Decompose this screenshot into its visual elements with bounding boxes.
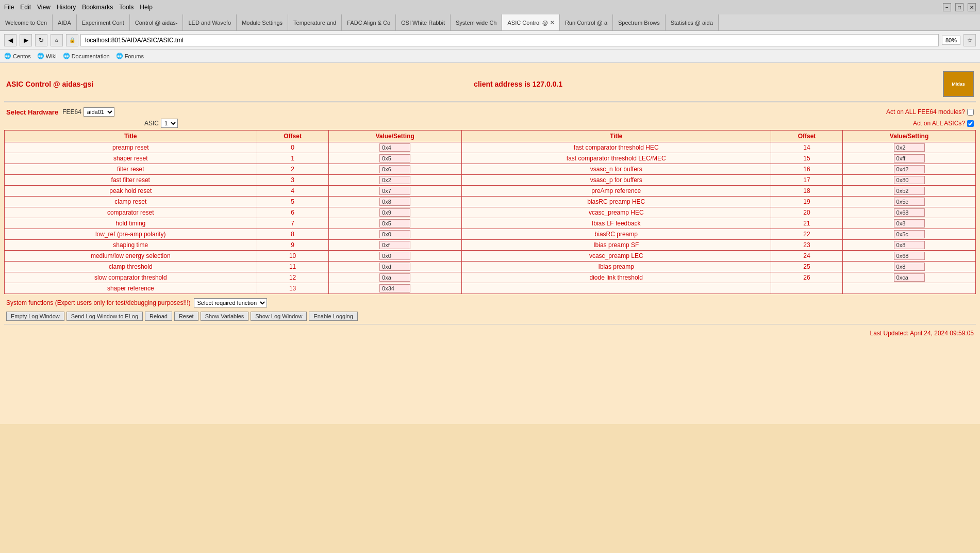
enable-logging-button[interactable]: Enable Logging bbox=[309, 312, 357, 321]
table-row[interactable] bbox=[843, 229, 976, 240]
address-input[interactable] bbox=[80, 34, 939, 46]
act-on-all-asics-checkbox[interactable] bbox=[967, 120, 974, 127]
table-row[interactable] bbox=[328, 197, 461, 207]
asic-select[interactable]: 1 bbox=[161, 119, 178, 128]
tab-aida[interactable]: AIDA bbox=[53, 14, 77, 30]
reset-button[interactable]: Reset bbox=[174, 312, 198, 321]
page-header: ASIC Control @ aidas-gsi client address … bbox=[4, 67, 976, 102]
table-row[interactable] bbox=[328, 164, 461, 175]
table-row[interactable] bbox=[843, 251, 976, 262]
table-row[interactable] bbox=[843, 142, 976, 153]
tab-bar: Welcome to Cen AIDA Experiment Cont Cont… bbox=[0, 14, 980, 31]
table-row[interactable] bbox=[843, 207, 976, 218]
tab-system[interactable]: System wide Ch bbox=[451, 14, 502, 30]
hardware-select-row: Select Hardware FEE64 aida01 Act on ALL … bbox=[4, 104, 976, 118]
system-functions-select[interactable]: Select required function bbox=[194, 298, 267, 307]
tab-gsi[interactable]: GSI White Rabbit bbox=[396, 14, 451, 30]
tab-asic-control[interactable]: ASIC Control @✕ bbox=[502, 14, 559, 30]
col-header-value-left: Value/Setting bbox=[328, 131, 461, 142]
show-variables-button[interactable]: Show Variables bbox=[201, 312, 249, 321]
table-row[interactable] bbox=[328, 142, 461, 153]
table-row: biasRC preamp HEC bbox=[461, 197, 771, 207]
table-row: vsasc_n for buffers bbox=[461, 164, 771, 175]
act-on-all-fee64: Act on ALL FEE64 modules? bbox=[886, 108, 974, 116]
bookmark-centos[interactable]: 🌐 Centos bbox=[4, 53, 31, 59]
tab-module[interactable]: Module Settings bbox=[237, 14, 288, 30]
table-row[interactable] bbox=[843, 153, 976, 164]
table-row[interactable] bbox=[328, 207, 461, 218]
table-row: filter reset bbox=[5, 164, 257, 175]
back-button[interactable]: ◀ bbox=[4, 34, 16, 46]
minimize-button[interactable]: − bbox=[943, 3, 951, 11]
table-row[interactable] bbox=[843, 197, 976, 207]
table-row[interactable] bbox=[328, 153, 461, 164]
table-row[interactable] bbox=[328, 251, 461, 262]
table-row[interactable] bbox=[843, 272, 976, 283]
bookmark-documentation[interactable]: 🌐 Documentation bbox=[63, 53, 110, 59]
tab-run-control[interactable]: Run Control @ a bbox=[560, 14, 613, 30]
menu-view[interactable]: View bbox=[37, 4, 51, 11]
reload-nav-button[interactable]: ↻ bbox=[35, 34, 47, 46]
table-row[interactable] bbox=[843, 218, 976, 229]
send-log-elog-button[interactable]: Send Log Window to ELog bbox=[67, 312, 143, 321]
menu-help[interactable]: Help bbox=[140, 4, 153, 11]
table-row[interactable] bbox=[328, 218, 461, 229]
table-row[interactable] bbox=[328, 175, 461, 186]
table-row[interactable] bbox=[328, 186, 461, 197]
tab-welcome[interactable]: Welcome to Cen bbox=[0, 14, 53, 30]
fee64-select[interactable]: aida01 bbox=[84, 107, 114, 117]
table-row[interactable] bbox=[328, 240, 461, 251]
table-row[interactable] bbox=[843, 164, 976, 175]
tab-fadc[interactable]: FADC Align & Co bbox=[342, 14, 396, 30]
table-row: preAmp reference bbox=[461, 186, 771, 197]
menu-history[interactable]: History bbox=[57, 4, 76, 11]
table-row: fast comparator threshold LEC/MEC bbox=[461, 153, 771, 164]
table-row: 4 bbox=[257, 186, 328, 197]
tab-led[interactable]: LED and Wavefo bbox=[183, 14, 237, 30]
tab-temperature[interactable]: Temperature and bbox=[288, 14, 342, 30]
bookmark-star-icon[interactable]: ☆ bbox=[964, 34, 976, 46]
bookmark-forums[interactable]: 🌐 Forums bbox=[116, 53, 144, 59]
browser-chrome: File Edit View History Bookmarks Tools H… bbox=[0, 0, 980, 63]
table-row[interactable] bbox=[328, 262, 461, 272]
table-row[interactable] bbox=[328, 283, 461, 294]
reload-button[interactable]: Reload bbox=[145, 312, 172, 321]
close-button[interactable]: ✕ bbox=[968, 3, 976, 11]
empty-log-window-button[interactable]: Empty Log Window bbox=[6, 312, 64, 321]
tab-control[interactable]: Control @ aidas- bbox=[130, 14, 184, 30]
table-row[interactable] bbox=[843, 283, 976, 294]
table-row[interactable] bbox=[843, 240, 976, 251]
forward-button[interactable]: ▶ bbox=[20, 34, 32, 46]
select-hardware-label: Select Hardware bbox=[6, 108, 58, 116]
act-on-all-fee64-checkbox[interactable] bbox=[967, 109, 974, 116]
table-row: 1 bbox=[257, 153, 328, 164]
show-log-window-button[interactable]: Show Log Window bbox=[251, 312, 307, 321]
home-button[interactable]: ⌂ bbox=[51, 34, 63, 46]
table-row: 11 bbox=[257, 262, 328, 272]
zoom-level: 80% bbox=[942, 36, 960, 45]
bookmark-wiki[interactable]: 🌐 Wiki bbox=[37, 53, 57, 59]
table-row[interactable] bbox=[328, 272, 461, 283]
table-row[interactable] bbox=[843, 175, 976, 186]
tab-statistics[interactable]: Statistics @ aida bbox=[666, 14, 719, 30]
system-functions-row: System functions (Expert users only for … bbox=[4, 294, 976, 310]
bookmarks-bar: 🌐 Centos 🌐 Wiki 🌐 Documentation 🌐 Forums bbox=[0, 50, 980, 63]
table-row[interactable] bbox=[843, 186, 976, 197]
lock-icon: 🔒 bbox=[66, 34, 78, 46]
tab-experiment[interactable]: Experiment Cont bbox=[77, 14, 130, 30]
table-row: 22 bbox=[771, 229, 842, 240]
maximize-button[interactable]: □ bbox=[955, 3, 964, 11]
tab-close-icon[interactable]: ✕ bbox=[550, 20, 554, 25]
main-table: Title Offset Value/Setting Title Offset … bbox=[4, 130, 976, 294]
table-row: 2 bbox=[257, 164, 328, 175]
menu-tools[interactable]: Tools bbox=[119, 4, 134, 11]
table-row: 17 bbox=[771, 175, 842, 186]
menu-file[interactable]: File bbox=[4, 4, 14, 11]
table-row[interactable] bbox=[328, 229, 461, 240]
menu-edit[interactable]: Edit bbox=[20, 4, 31, 11]
tab-spectrum[interactable]: Spectrum Brows bbox=[613, 14, 666, 30]
table-row: shaping time bbox=[5, 240, 257, 251]
table-row: biasRC preamp bbox=[461, 229, 771, 240]
menu-bookmarks[interactable]: Bookmarks bbox=[82, 4, 113, 11]
table-row[interactable] bbox=[843, 262, 976, 272]
